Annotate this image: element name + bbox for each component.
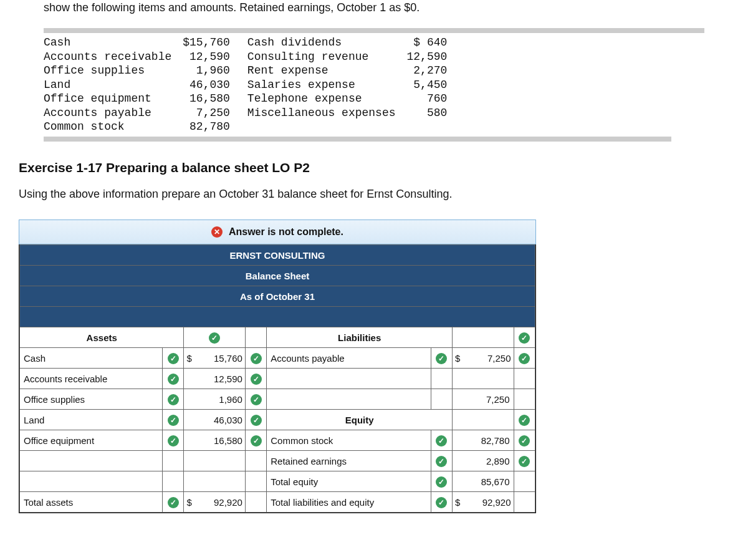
- check-icon: ✓: [436, 353, 447, 364]
- check-icon: ✓: [436, 456, 447, 467]
- statement-title: Balance Sheet: [20, 266, 535, 286]
- assets-header: Assets: [20, 327, 184, 348]
- company-name: ERNST CONSULTING: [20, 245, 535, 266]
- ledger-right-amount: $ 640: [407, 36, 465, 50]
- liabilities-header: Liabilities: [267, 327, 453, 348]
- check-icon: ✓: [519, 353, 530, 364]
- asset-amount[interactable]: 12,590: [184, 369, 245, 389]
- total-assets-label: Total assets: [20, 492, 163, 513]
- ledger-left-label: Cash: [44, 36, 183, 50]
- liability-label[interactable]: Accounts payable: [267, 348, 431, 369]
- total-equity-label: Total equity: [267, 471, 431, 492]
- check-icon: ✓: [251, 353, 262, 364]
- check-icon: ✓: [519, 435, 530, 447]
- equity-label[interactable]: Retained earnings: [267, 451, 431, 471]
- empty-cell[interactable]: [20, 451, 163, 471]
- check-icon: ✓: [519, 332, 530, 344]
- check-icon: ✓: [251, 374, 262, 385]
- equity-amount[interactable]: 2,890: [453, 451, 514, 471]
- ledger-right-label: Cash dividends: [247, 36, 407, 50]
- check-icon: ✓: [436, 435, 447, 447]
- check-icon: ✓: [168, 497, 179, 508]
- total-assets-amount: $92,920: [184, 492, 245, 513]
- check-icon: ✓: [436, 476, 447, 488]
- check-icon: ✓: [168, 374, 179, 385]
- check-icon: ✓: [168, 415, 179, 426]
- asset-label[interactable]: Accounts receivable: [20, 369, 163, 389]
- exercise-subtitle: Using the above information prepare an O…: [19, 188, 729, 201]
- check-icon: ✓: [168, 435, 179, 447]
- check-icon: ✓: [251, 394, 262, 405]
- equity-header: Equity: [267, 410, 453, 430]
- check-icon: ✓: [519, 456, 530, 467]
- check-icon: ✓: [251, 435, 262, 447]
- exercise-title: Exercise 1-17 Preparing a balance sheet …: [19, 160, 729, 175]
- empty-cell[interactable]: [20, 471, 163, 492]
- liability-subtotal: 7,250: [453, 389, 514, 410]
- asset-label[interactable]: Office supplies: [20, 389, 163, 410]
- asset-amount[interactable]: $15,760: [184, 348, 245, 369]
- empty-cell[interactable]: [267, 369, 431, 389]
- asset-label[interactable]: Office equipment: [20, 430, 163, 451]
- liability-amount[interactable]: $7,250: [453, 348, 514, 369]
- statement-date: As of October 31: [20, 286, 535, 307]
- asset-label[interactable]: Land: [20, 410, 163, 430]
- answer-status-banner: ✕ Answer is not complete.: [19, 220, 536, 245]
- answer-status-text: Answer is not complete.: [229, 226, 343, 237]
- total-le-amount: $92,920: [453, 492, 514, 513]
- check-icon: ✓: [436, 497, 447, 508]
- total-equity-amount: 85,670: [453, 471, 514, 492]
- check-icon: ✓: [519, 415, 530, 426]
- asset-amount[interactable]: 16,580: [184, 430, 245, 451]
- check-icon: ✓: [251, 415, 262, 426]
- check-icon: ✓: [209, 332, 220, 344]
- empty-cell[interactable]: [184, 471, 245, 492]
- equity-amount[interactable]: 82,780: [453, 430, 514, 451]
- balance-sheet: ERNST CONSULTING Balance Sheet As of Oct…: [19, 244, 536, 513]
- total-le-label: Total liabilities and equity: [267, 492, 431, 513]
- empty-cell[interactable]: [184, 451, 245, 471]
- empty-cell[interactable]: [267, 389, 431, 410]
- asset-amount[interactable]: 46,030: [184, 410, 245, 430]
- check-icon: ✓: [168, 353, 179, 364]
- ledger-left-amount: $15,760: [183, 36, 247, 50]
- asset-label[interactable]: Cash: [20, 348, 163, 369]
- intro-text: show the following items and amounts. Re…: [44, 0, 704, 16]
- error-icon: ✕: [211, 226, 223, 238]
- check-icon: ✓: [168, 394, 179, 405]
- equity-label[interactable]: Common stock: [267, 430, 431, 451]
- asset-amount[interactable]: 1,960: [184, 389, 245, 410]
- ledger-box: Cash $15,760 Cash dividends $ 640 Accoun…: [44, 28, 704, 142]
- empty-cell[interactable]: [453, 369, 514, 389]
